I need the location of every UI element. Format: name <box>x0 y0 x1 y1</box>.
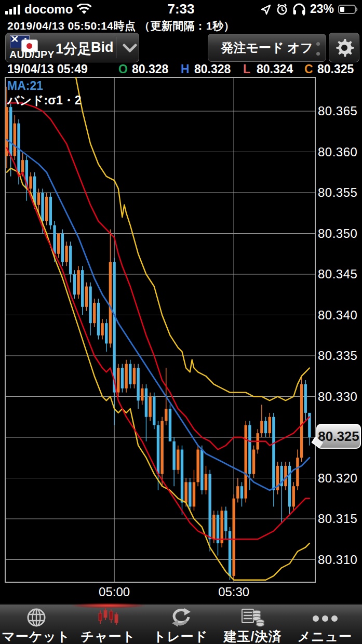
bottom-nav-bar: マーケット チャート トレード <box>0 603 362 644</box>
nav-label-chart: チャート <box>72 628 144 644</box>
y-axis-label: 80.320 <box>318 471 359 486</box>
chart-svg <box>0 77 362 583</box>
y-axis-label: 80.315 <box>318 512 359 526</box>
nav-item-positions[interactable]: 建玉/決済 <box>217 605 289 644</box>
y-axis-label: 80.350 <box>318 226 359 241</box>
x-axis-label: 05:30 <box>210 585 257 599</box>
nav-label-positions: 建玉/決済 <box>217 628 289 644</box>
candlestick-icon <box>97 607 120 628</box>
nav-label-market: マーケット <box>0 628 72 644</box>
nav-item-trade[interactable]: トレード <box>144 605 217 644</box>
trade-refresh-icon <box>170 607 192 628</box>
y-axis-label: 80.335 <box>318 348 359 363</box>
current-price-badge: 80.325 <box>316 424 361 449</box>
ellipsis-icon <box>310 607 341 628</box>
nav-label-menu: メニュー <box>289 628 361 644</box>
x-axis-label: 05:00 <box>91 585 138 599</box>
candlestick-chart[interactable]: MA:21 バンド:σ1・2 80.36580.36080.35580.3508… <box>0 0 362 602</box>
globe-icon <box>26 607 47 628</box>
y-axis-label: 80.340 <box>318 308 359 323</box>
y-axis-label: 80.360 <box>318 145 359 159</box>
nav-label-trade: トレード <box>144 628 217 644</box>
nav-item-menu[interactable]: メニュー <box>289 605 361 644</box>
y-axis-label: 80.330 <box>318 390 359 404</box>
y-axis-label: 80.365 <box>318 104 359 118</box>
y-axis-label: 80.355 <box>318 185 359 200</box>
y-axis-label: 80.310 <box>318 553 359 567</box>
nav-item-market[interactable]: マーケット <box>0 605 72 644</box>
y-axis-label: 80.345 <box>318 267 359 281</box>
positions-coins-icon <box>241 607 265 628</box>
ma-overlay-label: MA:21 <box>7 79 43 93</box>
band-overlay-label: バンド:σ1・2 <box>7 92 82 109</box>
nav-item-chart[interactable]: チャート <box>72 605 144 644</box>
